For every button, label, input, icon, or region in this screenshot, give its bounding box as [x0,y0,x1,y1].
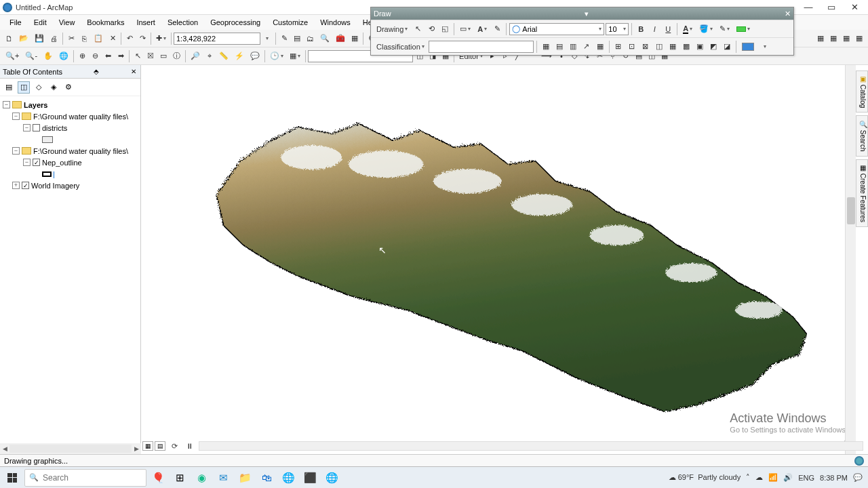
text-tool-icon[interactable]: A [475,22,490,36]
menu-selection[interactable]: Selection [162,17,203,28]
chrome-icon[interactable]: 🌐 [278,468,298,487]
georef-3-icon[interactable]: ▦ [840,32,852,45]
toc-close-icon[interactable]: ✕ [130,68,138,75]
search-window-icon[interactable]: 🔍 [317,32,332,45]
undo-icon[interactable]: ↶ [123,32,136,45]
class-tool-6[interactable]: ▩ [680,40,692,54]
expand-outline[interactable]: − [23,159,31,166]
select-tool-icon[interactable]: ↖ [412,22,424,36]
menu-insert[interactable]: Insert [131,17,161,28]
globe-icon[interactable] [854,456,864,466]
rectangle-tool-icon[interactable]: ▭ [457,22,473,36]
font-color-button[interactable]: A [680,22,695,36]
layer-tree[interactable]: −Layers −F:\Ground water quality files\ … [0,96,140,194]
menu-edit[interactable]: Edit [28,17,52,28]
classification-select[interactable] [429,41,534,53]
toc-pin-icon[interactable]: ⬘ [92,68,100,75]
cortana-icon[interactable]: 🎈 [148,468,168,487]
taskbar-search[interactable]: 🔍 [24,469,146,487]
tray-chevron-icon[interactable]: ˄ [746,473,750,482]
close-button[interactable]: ✕ [848,2,861,12]
python-icon[interactable]: ▦ [349,32,361,45]
zoom-shape-icon[interactable]: ◱ [439,22,451,36]
html-popup-icon[interactable]: 💬 [248,49,262,63]
class-tool-2[interactable]: ⊡ [626,40,638,54]
menu-bookmarks[interactable]: Bookmarks [81,17,130,28]
list-by-selection-icon[interactable]: ◈ [47,81,60,94]
save-icon[interactable]: 💾 [32,32,47,45]
list-by-visibility-icon[interactable]: ◇ [33,81,45,94]
districts-checkbox[interactable] [33,124,40,131]
map-vscroll[interactable] [845,65,856,454]
marker-color-button[interactable] [734,22,753,36]
editor-toolbar-icon[interactable]: ✎ [278,32,290,45]
identify-icon[interactable]: ⓘ [170,49,183,63]
layer-outline[interactable]: Nep_outline [42,159,82,167]
start-button[interactable] [1,468,23,487]
app-icon-2[interactable]: ⬛ [300,468,320,487]
toc-titlebar[interactable]: Table Of Contents ⬘ ✕ [0,65,140,79]
draw-close-button[interactable]: ✕ [785,9,791,18]
layer-districts[interactable]: districts [42,124,67,132]
scale-input[interactable] [174,33,260,45]
network-icon[interactable]: 📶 [768,473,778,482]
print-icon[interactable]: 🖨 [47,32,60,45]
full-extent-icon[interactable]: 🌐 [56,49,71,63]
minimize-button[interactable]: — [802,2,815,12]
draw-toolbar-title[interactable]: Draw ▾ ✕ [371,7,793,20]
store-icon[interactable]: 🛍 [256,468,277,487]
clear-selection-icon[interactable]: ☒ [144,49,157,63]
expand-districts[interactable]: − [23,124,31,131]
italic-button[interactable]: I [648,22,660,36]
georef-2-icon[interactable]: ▦ [827,32,840,45]
cut-icon[interactable]: ✂ [65,32,77,45]
bold-button[interactable]: B [635,22,647,36]
drawing-menu[interactable]: Drawing [374,22,410,36]
rotate-icon[interactable]: ⟲ [425,22,437,36]
search-input[interactable] [43,473,144,483]
draw-toolbar[interactable]: Draw ▾ ✕ Drawing ↖ ⟲ ◱ ▭ A ✎ ◯Arial▾ 10▾… [370,7,794,56]
font-size-select[interactable]: 10▾ [606,23,629,35]
expand-group2[interactable]: − [12,147,20,155]
fixed-zoom-in-icon[interactable]: ⊕ [76,49,88,63]
redo-icon[interactable]: ↷ [136,32,149,45]
georef-4-icon[interactable]: ▦ [853,32,865,45]
toc-options-icon[interactable]: ⚙ [62,81,75,94]
districts-symbol[interactable] [42,136,53,143]
hyperlink-icon[interactable]: ⚡ [232,49,247,63]
search-tab[interactable]: 🔍 Search [856,115,868,156]
refresh-icon[interactable]: ⟳ [168,439,180,453]
toc-icon[interactable]: ▤ [291,32,303,45]
expand-imagery[interactable]: + [12,182,20,189]
class-more[interactable] [758,40,770,54]
imagery-checkbox[interactable]: ✓ [22,182,29,189]
class-btn-4[interactable]: ↗ [580,40,593,54]
scale-dd-icon[interactable]: ▾ [261,32,273,45]
map-hscroll[interactable] [199,441,863,451]
class-btn-1[interactable]: ▦ [540,40,552,54]
catalog-icon[interactable]: 🗂 [304,32,317,45]
menu-view[interactable]: View [54,17,81,28]
menu-file[interactable]: File [4,17,27,28]
group2-label[interactable]: F:\Ground water quality files\ [33,147,128,155]
class-tool-8[interactable]: ◩ [707,40,719,54]
arctoolbox-icon[interactable]: 🧰 [333,32,348,45]
arcmap-taskbar-icon[interactable]: 🌐 [321,468,342,487]
group1-label[interactable]: F:\Ground water quality files\ [33,113,128,121]
pan-icon[interactable]: ✋ [41,49,56,63]
class-tool-4[interactable]: ◫ [653,40,665,54]
paste-icon[interactable]: 📋 [91,32,106,45]
class-color-swatch[interactable] [739,40,757,54]
select-features-icon[interactable]: ↖ [132,49,144,63]
catalog-tab[interactable]: ▣ Catalog [856,70,868,113]
add-data-icon[interactable]: ✚ [153,32,169,45]
clock[interactable]: 8:38 PM [820,474,848,482]
layers-root[interactable]: Layers [24,101,47,109]
measure-icon[interactable]: 📏 [216,49,231,63]
time-slider-icon[interactable]: 🕒 [267,49,286,63]
select-elements-icon[interactable]: ▭ [157,49,170,63]
explorer-icon[interactable]: 📁 [235,468,255,487]
new-doc-icon[interactable]: 🗋 [3,32,16,45]
viewer-icon[interactable]: ▦ [287,49,303,63]
draw-min-button[interactable]: ▾ [585,9,589,18]
